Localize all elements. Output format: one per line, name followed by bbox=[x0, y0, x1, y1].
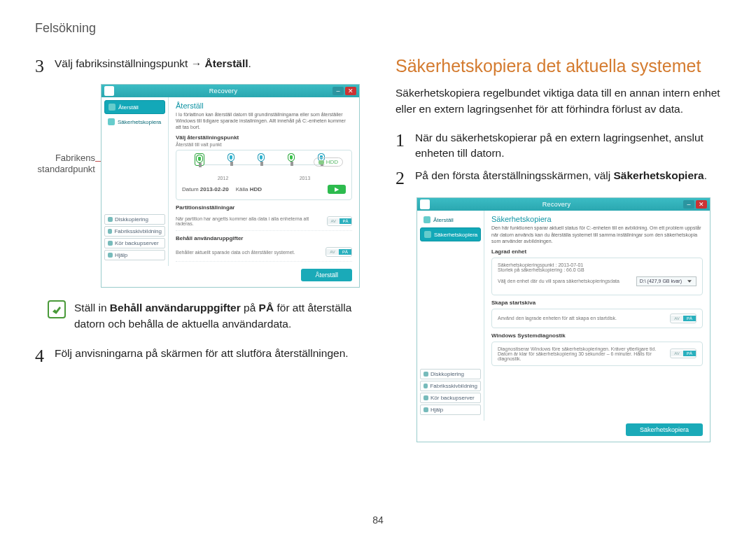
panel-title: Återställ bbox=[176, 101, 352, 110]
disk-icon bbox=[108, 217, 113, 222]
sidebar-backupserver-button[interactable]: Kör backupserver bbox=[104, 238, 165, 248]
partition-text: När partition har angetts kommer alla da… bbox=[176, 216, 321, 226]
drive-line2: Storlek på säkerhetskopiering : 66.0 GB bbox=[498, 267, 696, 272]
sidebar-diskcopy-button[interactable]: Diskkopiering bbox=[104, 214, 165, 225]
panel-title: Säkerhetskopiera bbox=[491, 215, 703, 223]
step3-suffix: . bbox=[248, 57, 251, 69]
note: Ställ in Behåll användaruppgifter på PÅ … bbox=[48, 300, 371, 332]
left-column: 3 Välj fabriksinställningspunkt → Återst… bbox=[35, 56, 371, 454]
section-partition: Partitionsinställningar bbox=[176, 204, 352, 211]
section-heading: Säkerhetskopiera det aktuella systemet bbox=[396, 56, 732, 76]
note-text: på bbox=[241, 302, 259, 314]
factory-point-pin[interactable] bbox=[195, 153, 204, 166]
breadcrumb: Felsökning bbox=[35, 21, 96, 36]
step-number: 4 bbox=[35, 346, 50, 367]
sidebar-item-label: Säkerhetskopiera bbox=[434, 232, 477, 238]
section-startdisk: Skapa startskiva bbox=[491, 300, 703, 306]
close-button[interactable]: ✕ bbox=[696, 200, 707, 209]
drive-line3: Välj den enhet där du vill spara säkerhe… bbox=[498, 279, 620, 283]
note-text: Ställ in bbox=[74, 302, 110, 314]
section-keepuser: Behåll användaruppgifter bbox=[176, 235, 352, 241]
backup-icon bbox=[424, 231, 431, 238]
sidebar-item-label: Diskkopiering bbox=[430, 371, 464, 377]
intro-paragraph: Säkerhetskopiera regelbundet viktiga dat… bbox=[396, 85, 732, 118]
sidebar-item-label: Återställ bbox=[433, 217, 454, 223]
sidebar: Återställ Säkerhetskopiera Diskkopiering… bbox=[417, 211, 484, 421]
sidebar: Återställ Säkerhetskopiera Diskkopiering… bbox=[102, 97, 169, 266]
toggle-on-label: PÅ bbox=[339, 249, 351, 255]
recovery-window-backup: Recovery – ✕ Återställ Säkerhetskopiera … bbox=[416, 197, 710, 442]
restore-point-pin[interactable] bbox=[288, 153, 295, 162]
restore-point-pin[interactable] bbox=[227, 153, 234, 162]
step-number: 2 bbox=[396, 168, 411, 189]
sidebar-help-button[interactable]: Hjälp bbox=[104, 250, 165, 260]
step-3: 3 Välj fabriksinställningspunkt → Återst… bbox=[35, 56, 371, 77]
hdd-pill[interactable]: HDD bbox=[314, 157, 343, 167]
step-number: 3 bbox=[35, 56, 50, 77]
sidebar-factorydisk-button[interactable]: Fabriksskivbildning bbox=[420, 381, 481, 391]
sidebar-diskcopy-button[interactable]: Diskkopiering bbox=[420, 369, 481, 379]
callout-factory-point: Fabrikens standardpunkt bbox=[18, 153, 95, 174]
step-2: 2 På den första återställningsskärmen, v… bbox=[396, 168, 732, 189]
drive-select[interactable]: D:\ (427,9 GB kvar) bbox=[636, 276, 696, 286]
sidebar-help-button[interactable]: Hjälp bbox=[420, 405, 481, 415]
year-label: 2012 bbox=[218, 176, 229, 181]
help-icon bbox=[424, 407, 428, 412]
factory-icon bbox=[108, 229, 112, 234]
step-1: 1 När du säkerhetskopierar på en extern … bbox=[396, 130, 732, 162]
hdd-label: HDD bbox=[326, 159, 338, 165]
app-icon bbox=[104, 86, 114, 96]
toggle-on-label: PÅ bbox=[340, 218, 351, 224]
restore-point-pin[interactable] bbox=[258, 153, 265, 162]
restore-point-sub: Återställ till valt punkt bbox=[176, 142, 352, 147]
startdisk-text: Använd den lagrade enheten för att skapa… bbox=[498, 316, 617, 321]
help-icon bbox=[108, 253, 113, 258]
timeline-go-button[interactable]: ▶ bbox=[328, 185, 346, 194]
backup-button[interactable]: Säkerhetskopiera bbox=[626, 423, 703, 436]
titlebar: Recovery – ✕ bbox=[102, 85, 359, 97]
diagnostics-toggle[interactable]: AVPÅ bbox=[670, 349, 696, 358]
sidebar-item-label: Fabriksskivbildning bbox=[430, 383, 477, 389]
diagnostics-text: Diagnostiserar Windows före säkerhetskop… bbox=[498, 346, 664, 361]
meta-value: 2013-02-20 bbox=[200, 186, 229, 192]
backup-icon bbox=[108, 118, 115, 125]
sidebar-item-backup[interactable]: Säkerhetskopiera bbox=[420, 227, 481, 241]
partition-toggle[interactable]: AVPÅ bbox=[327, 216, 352, 226]
timeline[interactable]: HDD 2012 2013 Datum 2013-02-20 Källa HDD bbox=[176, 150, 352, 200]
startdisk-toggle[interactable]: AVPÅ bbox=[670, 314, 696, 323]
window-title: Recovery bbox=[430, 201, 683, 208]
minimize-button[interactable]: – bbox=[683, 200, 694, 209]
chevron-down-icon bbox=[686, 278, 693, 285]
step2-suffix: . bbox=[704, 169, 707, 181]
step-number: 1 bbox=[396, 130, 411, 151]
server-icon bbox=[424, 395, 428, 400]
drive-line1: Säkerhetskopieringspunkt : 2013-07-01 bbox=[498, 262, 696, 267]
restore-icon bbox=[424, 216, 430, 223]
year-label: 2013 bbox=[300, 176, 311, 181]
keepuser-toggle[interactable]: AVPÅ bbox=[326, 247, 352, 257]
titlebar: Recovery – ✕ bbox=[417, 198, 710, 211]
app-icon bbox=[420, 199, 430, 209]
sidebar-backupserver-button[interactable]: Kör backupserver bbox=[420, 393, 481, 403]
sidebar-item-label: Diskkopiering bbox=[115, 216, 148, 223]
timeline-years: 2012 2013 bbox=[182, 176, 346, 181]
toggle-off-label: AV bbox=[671, 316, 683, 321]
sidebar-item-label: Hjälp bbox=[115, 252, 127, 258]
page-number: 84 bbox=[0, 514, 756, 526]
panel-description: Den här funktionen sparar aktuell status… bbox=[491, 225, 703, 244]
close-button[interactable]: ✕ bbox=[345, 87, 356, 95]
hdd-icon bbox=[318, 160, 324, 164]
restore-button[interactable]: Återställ bbox=[301, 269, 352, 281]
sidebar-item-restore[interactable]: Återställ bbox=[420, 213, 481, 226]
sidebar-item-backup[interactable]: Säkerhetskopiera bbox=[104, 115, 165, 128]
meta-value: HDD bbox=[250, 186, 262, 192]
sidebar-factorydisk-button[interactable]: Fabriksskivbildning bbox=[104, 226, 165, 237]
minimize-button[interactable]: – bbox=[332, 87, 344, 95]
sidebar-item-label: Hjälp bbox=[430, 407, 443, 413]
timeline-meta: Datum 2013-02-20 Källa HDD bbox=[182, 186, 262, 192]
sidebar-item-restore[interactable]: Återställ bbox=[104, 100, 165, 114]
sidebar-item-label: Säkerhetskopiera bbox=[118, 119, 161, 125]
note-icon bbox=[48, 300, 66, 318]
meta-label: Källa bbox=[236, 186, 248, 192]
disk-icon bbox=[424, 372, 428, 377]
